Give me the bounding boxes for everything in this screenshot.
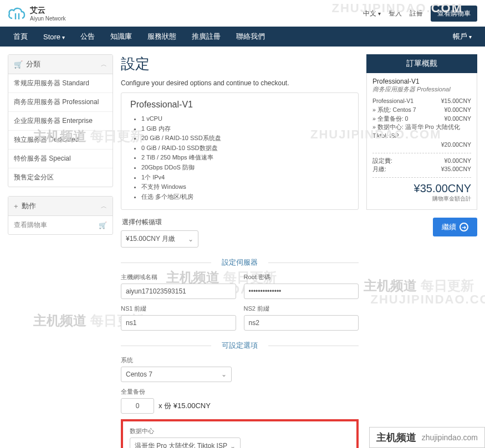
plan-box: Professional-V1 1 vCPU 1 GiB 内存 20 GiB /… [121,92,359,210]
nav-announce[interactable]: 公告 [73,32,103,42]
sidebar-item-dedicated[interactable]: 独立服务器 Dedicated [8,130,113,149]
hostname-input[interactable] [121,284,236,299]
spec-item: 20Gbps DDoS 防御 [141,163,349,173]
spec-item: 1 vCPU [141,114,349,124]
categories-panel: 🛒 分類 ︿ 常规应用服务器 Standard 商务应用服务器 Professi… [8,54,113,187]
sum-line-val: ¥0.00CNY [445,115,471,123]
rootpw-label: Root 密碼 [244,273,359,281]
ns2-label: NS2 前綴 [244,305,359,313]
plus-icon: + [14,202,18,210]
topbar: 艾云 Aiyun Network 中文 登入 註冊 查看購物車 [0,0,485,27]
dc-select[interactable]: 温哥华 Pro 大陆优化 Tiktok ISP ⌄ [130,437,241,448]
lang-switch[interactable]: 中文 [363,9,381,18]
categories-title: 分類 [26,59,40,69]
page-lead: Configure your desired options and conti… [121,79,359,87]
sidebar-item-standard[interactable]: 常规应用服务器 Standard [8,74,113,92]
sum-setup-label: 設定費: [372,157,392,166]
logo-icon [8,6,27,20]
ns1-input[interactable] [121,315,236,331]
spec-item: 1 GiB 内存 [141,124,349,134]
chevron-up-icon: ︿ [101,60,107,69]
os-selected: Centos 7 [126,370,152,378]
os-label: 系统 [121,356,359,364]
nav-status[interactable]: 服務狀態 [140,32,184,42]
rootpw-input[interactable] [244,284,359,299]
sum-line-val: ¥0.00CNY [445,106,471,115]
sidebar-item-enterprise[interactable]: 企业应用服务器 Enterprise [8,111,113,130]
plan-name: Professional-V1 [130,100,349,110]
summary-product: Professional-V1 [372,78,471,85]
sum-monthly-val: ¥35.00CNY [441,165,471,174]
billing-cycle-select[interactable]: ¥15.00CNY 月繳 ⌄ [121,230,198,248]
page-title: 設定 [121,54,359,74]
sidebar-view-cart[interactable]: 查看購物車 🛒 [8,216,113,234]
sum-line-label: Professional-V1 [372,97,413,106]
sidebar-view-cart-label: 查看購物車 [14,220,47,230]
nav-kb[interactable]: 知識庫 [103,32,140,42]
server-section-title: 設定伺服器 [121,258,359,267]
nav-contact[interactable]: 聯絡我們 [228,32,273,42]
spec-item: 2 TiB / 250 Mbps 峰值速率 [141,153,349,163]
brand-tag: 主机频道 zhujipindao.com [369,427,485,448]
categories-head[interactable]: 🛒 分類 ︿ [8,55,113,74]
login-link[interactable]: 登入 [389,9,402,18]
cart-icon: 🛒 [99,222,107,229]
spec-item: 不支持 Windows [141,182,349,192]
actions-head[interactable]: + 動作 ︿ [8,197,113,216]
spec-item: 20 GiB / RAID-10 SSD系统盘 [141,133,349,143]
actions-title: 動作 [22,201,36,211]
options-section-title: 可設定選項 [121,341,359,351]
actions-panel: + 動作 ︿ 查看購物車 🛒 [8,196,113,235]
chevron-down-icon: ⌄ [221,370,227,378]
ns2-input[interactable] [244,315,359,331]
hostname-label: 主機網域名稱 [121,273,236,281]
spec-item: 1个 IPv4 [141,173,349,183]
brand-sub: Aiyun Network [30,16,65,22]
nav-store[interactable]: Store [35,33,73,41]
sum-setup-val: ¥0.00CNY [445,157,471,166]
chevron-down-icon: ⌄ [230,442,236,448]
summary-body: Professional-V1 商务应用服务器 Professional Pro… [366,73,477,210]
cart-icon: 🛒 [14,60,23,69]
sum-line-label: » 全量备份: 0 [372,115,408,123]
backup-qty-input[interactable] [121,398,154,414]
sidebar-item-presale[interactable]: 预售定金分区 [8,168,113,187]
nav-account[interactable]: 帳戶 [445,32,479,42]
sum-line-label: » 系统: Centos 7 [372,106,416,115]
summary-total: ¥35.00CNY [372,182,471,195]
sidebar-item-professional[interactable]: 商务应用服务器 Professional [8,92,113,111]
sum-line-val: ¥20.00CNY [441,141,471,150]
arrow-right-icon: ➜ [460,223,468,231]
spec-item: 任选 多个地区/机房 [141,192,349,202]
logo[interactable]: 艾云 Aiyun Network [8,6,65,22]
register-link[interactable]: 註冊 [410,9,423,18]
dc-label: 数据中心 [130,427,350,435]
brand-tag-cn: 主机频道 [376,431,416,444]
summary-subtitle: 商务应用服务器 Professional [372,85,471,94]
summary-total-label: 購物車金額合計 [372,195,471,203]
chevron-up-icon: ︿ [101,202,107,210]
sum-line-val: ¥15.00CNY [441,97,471,106]
view-cart-button[interactable]: 查看購物車 [431,6,477,22]
sidebar-item-special[interactable]: 特价服务器 Special [8,149,113,168]
sum-monthly-label: 月繳: [372,165,386,174]
brand-name: 艾云 [30,6,65,16]
ns1-label: NS1 前綴 [121,305,236,313]
navbar: 首頁 Store 公告 知識庫 服務狀態 推廣註冊 聯絡我們 帳戶 [0,27,485,47]
brand-tag-en: zhujipindao.com [422,433,478,442]
billing-label: 選擇付帳循環 [122,218,359,227]
summary-title: 訂單概觀 [366,54,477,73]
backup-price: x 份 ¥15.00CNY [159,401,211,411]
continue-label: 繼續 [442,222,456,232]
os-select[interactable]: Centos 7 ⌄ [121,367,232,382]
backup-label: 全量备份 [121,388,359,396]
datacenter-highlight: 数据中心 温哥华 Pro 大陆优化 Tiktok ISP ⌄ 温哥华 Pro 大… [121,419,359,448]
nav-home[interactable]: 首頁 [6,32,35,42]
dc-selected: 温哥华 Pro 大陆优化 Tiktok ISP [135,441,227,448]
nav-affiliate[interactable]: 推廣註冊 [184,32,228,42]
spec-item: 0 GiB / RAID-10 SSD数据盘 [141,143,349,153]
chevron-down-icon: ⌄ [188,235,193,243]
continue-button[interactable]: 繼續 ➜ [433,218,477,236]
sum-line-label: » 数据中心: 温哥华 Pro 大陆优化 Tiktok ISP [372,123,471,141]
billing-selected: ¥15.00CNY 月繳 [126,234,175,244]
